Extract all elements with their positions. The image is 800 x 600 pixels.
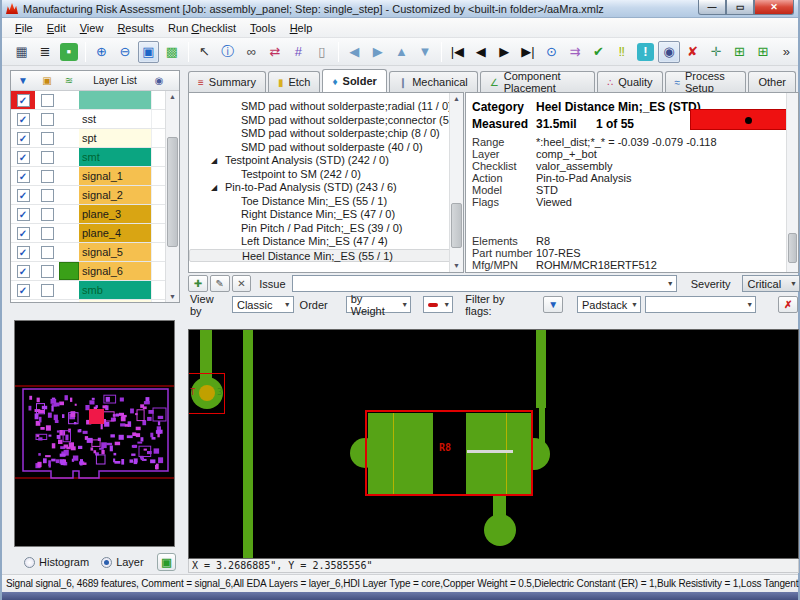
tree-item[interactable]: Left Distance Min;_ES (47 / 4) xyxy=(189,235,463,249)
layer-visible-checkbox[interactable]: ✓ xyxy=(17,227,30,240)
menu-tools[interactable]: Tools xyxy=(243,20,283,36)
layer-lock-checkbox[interactable] xyxy=(41,208,54,221)
tile-view-icon[interactable]: ▦ xyxy=(11,41,33,63)
lock-column-icon[interactable]: ▣ xyxy=(35,75,59,86)
order-combobox[interactable]: by Weight▼ xyxy=(346,296,412,313)
zoom-out-icon[interactable]: ⊖ xyxy=(114,41,136,63)
layer-name-plane_4[interactable]: plane_4 xyxy=(79,224,151,242)
issue-combobox[interactable]: ▼ xyxy=(292,275,677,292)
tree-item[interactable]: Toe Distance Min;_ES (55 / 1) xyxy=(189,195,463,209)
highlight-swap-icon[interactable]: ⇄ xyxy=(264,41,286,63)
previous-item-icon[interactable]: ◀ xyxy=(470,41,492,63)
menu-edit[interactable]: Edit xyxy=(40,20,73,36)
tools-icon[interactable]: ✛ xyxy=(705,41,727,63)
menu-file[interactable]: File xyxy=(8,20,40,36)
menu-run-checklist[interactable]: Run Checklist xyxy=(161,20,243,36)
view-by-combobox[interactable]: Classic▼ xyxy=(232,296,294,313)
layer-name-partial[interactable] xyxy=(79,300,151,303)
lock-icon[interactable]: ▪ xyxy=(60,43,78,61)
layer-lock-checkbox[interactable] xyxy=(41,284,54,297)
layer-lock-checkbox[interactable] xyxy=(41,113,54,126)
layer-name-signal_6[interactable]: signal_6 xyxy=(79,262,151,280)
tab-process-setup[interactable]: ≈Process Setup xyxy=(665,71,747,92)
list-view-icon[interactable]: ≣ xyxy=(35,41,57,63)
layer-visible-checkbox[interactable]: ✓ xyxy=(17,170,30,183)
layer-radio[interactable] xyxy=(101,557,112,568)
feature-info-icon[interactable]: ⓘ xyxy=(217,41,239,63)
overview-lock-button[interactable]: ▣ xyxy=(157,553,176,571)
pan-up-icon[interactable]: ▲ xyxy=(391,41,413,63)
menu-results[interactable]: Results xyxy=(110,20,161,36)
layer-lock-checkbox[interactable] xyxy=(41,170,54,183)
layer-name-signal_2[interactable]: signal_2 xyxy=(79,186,151,204)
layer-indicator-cell[interactable] xyxy=(59,186,79,204)
layer-name-comp[interactable] xyxy=(79,91,151,109)
layer-list-scrollbar[interactable]: ▲ ▼ xyxy=(165,91,179,303)
layer-visible-checkbox[interactable]: ✓ xyxy=(17,265,30,278)
pan-left-icon[interactable]: ◀ xyxy=(344,41,366,63)
layer-name-smt[interactable]: smt xyxy=(79,148,151,166)
tree-item[interactable]: SMD pad without solderpaste (40 / 0) xyxy=(189,141,463,155)
pcb-graphics-canvas[interactable]: T 3 R8 xyxy=(188,329,799,559)
layer-indicator-cell[interactable] xyxy=(59,300,79,303)
edit-issue-button[interactable]: ✎ xyxy=(210,275,230,292)
tab-component-placement[interactable]: ∠Component Placement xyxy=(480,71,595,92)
padstack-combobox[interactable]: Padstack▼ xyxy=(577,296,641,313)
layer-visible-checkbox[interactable]: ✓ xyxy=(17,151,30,164)
layer-visible-checkbox[interactable]: ✓ xyxy=(17,284,30,297)
clear-filter-button[interactable]: ✗ xyxy=(778,296,798,313)
layer-indicator-cell[interactable] xyxy=(59,205,79,223)
details-scrollbar[interactable] xyxy=(786,93,798,272)
active-layer-indicator[interactable] xyxy=(59,262,79,280)
layer-lock-checkbox[interactable] xyxy=(41,132,54,145)
tree-expander-icon[interactable]: ◢ xyxy=(211,181,217,195)
histogram-radio[interactable] xyxy=(24,557,35,568)
select-features-icon[interactable]: ↖ xyxy=(194,41,216,63)
tree-item[interactable]: ◢Pin-to-Pad Analysis (STD) (243 / 6) xyxy=(189,181,463,195)
reject-item-icon[interactable]: ✘ xyxy=(682,41,704,63)
delete-issue-button[interactable]: ✕ xyxy=(232,275,252,292)
tab-mechanical[interactable]: ❙Mechanical xyxy=(389,71,478,92)
layer-visible-checkbox[interactable]: ✓ xyxy=(17,113,30,126)
zoom-to-item-icon[interactable]: ⊙ xyxy=(541,41,563,63)
layer-lock-checkbox[interactable] xyxy=(41,151,54,164)
layer-lock-checkbox[interactable] xyxy=(41,94,54,107)
find-icon[interactable]: ∞ xyxy=(241,41,263,63)
flag-status-icon[interactable]: ‼ xyxy=(611,41,633,63)
pan-down-icon[interactable]: ▼ xyxy=(414,41,436,63)
tree-item[interactable]: ◢Testpoint Analysis (STD) (242 / 0) xyxy=(189,154,463,168)
first-item-icon[interactable]: |◀ xyxy=(447,41,469,63)
tree-item[interactable]: Heel Distance Min;_ES (55 / 1) xyxy=(189,249,463,263)
viewed-flag-icon[interactable]: ◉ xyxy=(658,41,680,63)
layer-visible-checkbox[interactable]: ✓ xyxy=(17,132,30,145)
layer-visible-checkbox[interactable]: ✓ xyxy=(17,189,30,202)
tab-quality[interactable]: ∴Quality xyxy=(597,71,663,92)
layer-name-sst[interactable]: sst xyxy=(79,110,151,128)
minimize-button[interactable]: — xyxy=(698,0,726,15)
layer-lock-checkbox[interactable] xyxy=(41,246,54,259)
pan-to-pair-icon[interactable]: ⇉ xyxy=(564,41,586,63)
tree-item[interactable]: SMD pad without solderpaste;radial (11 /… xyxy=(189,100,463,114)
layer-lock-checkbox[interactable] xyxy=(41,227,54,240)
tree-item[interactable]: Testpoint to SM (242 / 0) xyxy=(189,168,463,182)
last-item-icon[interactable]: ▶| xyxy=(517,41,539,63)
layer-name-spt[interactable]: spt xyxy=(79,129,151,147)
severity-combobox[interactable]: Critical▼ xyxy=(742,275,800,292)
flag-filter-button[interactable]: ▼ xyxy=(543,296,563,313)
close-button[interactable]: ✕ xyxy=(754,0,794,15)
tab-etch[interactable]: ▮Etch xyxy=(268,71,321,92)
layer-lock-checkbox[interactable] xyxy=(41,189,54,202)
layer-name-signal_1[interactable]: signal_1 xyxy=(79,167,151,185)
layer-visible-checkbox[interactable]: ✓ xyxy=(17,246,30,259)
tree-item[interactable]: SMD pad without solderpaste;chip (8 / 0) xyxy=(189,127,463,141)
board-overview-canvas[interactable] xyxy=(14,320,175,547)
tree-item[interactable]: SMD pad without solderpaste;connector (5… xyxy=(189,114,463,128)
next-item-icon[interactable]: ▶ xyxy=(494,41,516,63)
menu-help[interactable]: Help xyxy=(283,20,320,36)
layers-icon[interactable]: ≋ xyxy=(59,75,79,86)
add-issue-button[interactable]: ✚ xyxy=(188,275,208,292)
restore-button[interactable]: ▭ xyxy=(726,0,754,15)
import-checklist-icon[interactable]: ⊞ xyxy=(729,41,751,63)
tree-item[interactable]: Right Distance Min;_ES (47 / 0) xyxy=(189,208,463,222)
layer-lock-checkbox[interactable] xyxy=(41,265,54,278)
